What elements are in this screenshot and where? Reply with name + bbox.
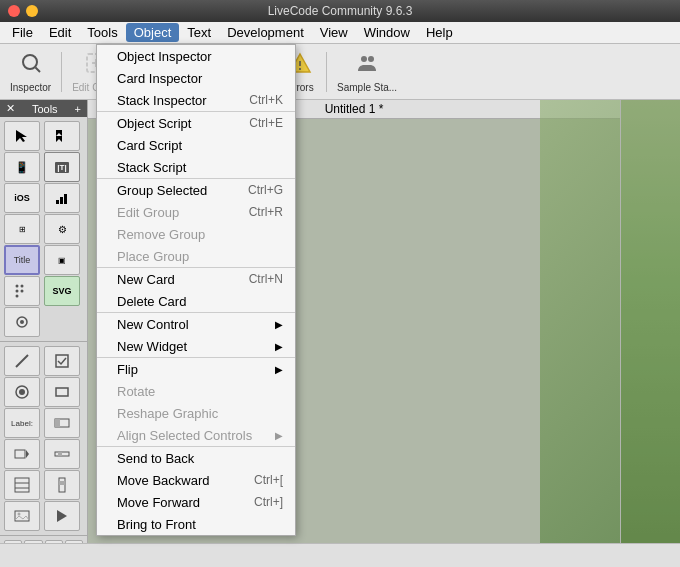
menu-object[interactable]: Object — [126, 23, 180, 42]
tool-radio[interactable] — [4, 377, 40, 407]
close-icon[interactable]: ✕ — [6, 102, 15, 115]
svg-point-9 — [299, 68, 301, 70]
menu-new-control-label: New Control — [117, 317, 275, 332]
title-bar: LiveCode Community 9.6.3 — [0, 0, 680, 22]
inspector-icon — [19, 51, 43, 80]
menu-delete-card[interactable]: Delete Card — [97, 290, 295, 312]
tool-dots[interactable] — [4, 276, 40, 306]
menu-stack-script[interactable]: Stack Script — [97, 156, 295, 178]
tool-graphic[interactable]: ▣ — [44, 245, 80, 275]
menu-edit[interactable]: Edit — [41, 23, 79, 42]
menu-new-card[interactable]: New Card Ctrl+N — [97, 268, 295, 290]
tool-ios[interactable]: |T| — [44, 152, 80, 182]
menu-card-inspector[interactable]: Card Inspector — [97, 67, 295, 89]
menu-align-selected: Align Selected Controls ▶ — [97, 424, 295, 446]
toolbar-sep-3 — [326, 52, 327, 92]
menu-card-script[interactable]: Card Script — [97, 134, 295, 156]
menu-group-selected[interactable]: Group Selected Ctrl+G — [97, 179, 295, 201]
svg-point-20 — [16, 290, 19, 293]
menu-development[interactable]: Development — [219, 23, 312, 42]
menu-move-backward-shortcut: Ctrl+[ — [254, 473, 283, 487]
menu-move-backward[interactable]: Move Backward Ctrl+[ — [97, 469, 295, 491]
svg-line-1 — [35, 67, 40, 72]
tool-line[interactable] — [4, 346, 40, 376]
svg-point-28 — [19, 389, 25, 395]
svg-point-0 — [23, 55, 37, 69]
tool-scrollbar-v[interactable] — [44, 470, 80, 500]
menu-align-arrow: ▶ — [275, 430, 283, 441]
menu-file[interactable]: File — [4, 23, 41, 42]
menu-object-script-shortcut: Ctrl+E — [249, 116, 283, 130]
svg-point-11 — [368, 56, 374, 62]
tool-ios-badge[interactable]: iOS — [4, 183, 40, 213]
tool-play[interactable] — [44, 501, 80, 531]
menu-bar: File Edit Tools Object Text Development … — [0, 22, 680, 44]
add-icon[interactable]: + — [75, 103, 81, 115]
tool-checkbox[interactable] — [44, 346, 80, 376]
tool-title[interactable]: Title — [4, 245, 40, 275]
svg-rect-35 — [58, 452, 62, 456]
tool-arrow[interactable] — [4, 121, 40, 151]
menu-card-script-label: Card Script — [117, 138, 283, 153]
menu-help[interactable]: Help — [418, 23, 461, 42]
menu-object-script[interactable]: Object Script Ctrl+E — [97, 112, 295, 134]
toolbar-inspector[interactable]: Inspector — [4, 48, 57, 96]
menu-reshape-graphic-label: Reshape Graphic — [117, 406, 283, 421]
tool-android[interactable]: 📱 — [4, 152, 40, 182]
menu-object-inspector[interactable]: Object Inspector — [97, 45, 295, 67]
tool-image[interactable] — [4, 501, 40, 531]
tool-widget-1[interactable]: ⊞ — [4, 214, 40, 244]
menu-new-widget-label: New Widget — [117, 339, 275, 354]
tool-rect[interactable] — [44, 377, 80, 407]
tool-widget-2[interactable]: ⚙ — [44, 214, 80, 244]
svg-rect-31 — [55, 419, 60, 427]
menu-section-groups: Group Selected Ctrl+G Edit Group Ctrl+R … — [97, 179, 295, 268]
tool-scroll[interactable] — [44, 408, 80, 438]
tool-node[interactable] — [4, 307, 40, 337]
svg-rect-29 — [56, 388, 68, 396]
menu-rotate: Rotate — [97, 380, 295, 402]
toolbar-sample-sta[interactable]: Sample Sta... — [331, 48, 403, 96]
menu-section-zorder: Send to Back Move Backward Ctrl+[ Move F… — [97, 447, 295, 535]
menu-move-forward-label: Move Forward — [117, 495, 254, 510]
status-bar — [0, 543, 680, 567]
menu-move-forward[interactable]: Move Forward Ctrl+] — [97, 491, 295, 513]
menu-tools[interactable]: Tools — [79, 23, 125, 42]
menu-stack-inspector-shortcut: Ctrl+K — [249, 93, 283, 107]
tool-svg[interactable]: SVG — [44, 276, 80, 306]
menu-section-cards: New Card Ctrl+N Delete Card — [97, 268, 295, 313]
tool-chart[interactable] — [44, 183, 80, 213]
menu-view[interactable]: View — [312, 23, 356, 42]
svg-marker-12 — [16, 130, 27, 142]
menu-edit-group-label: Edit Group — [117, 205, 249, 220]
close-button[interactable] — [8, 5, 20, 17]
menu-new-widget[interactable]: New Widget ▶ — [97, 335, 295, 357]
svg-rect-36 — [15, 478, 29, 492]
toolbar-sep-1 — [61, 52, 62, 92]
menu-object-script-label: Object Script — [117, 116, 249, 131]
menu-group-selected-label: Group Selected — [117, 183, 248, 198]
menu-text[interactable]: Text — [179, 23, 219, 42]
menu-stack-script-label: Stack Script — [117, 160, 283, 175]
menu-send-to-back[interactable]: Send to Back — [97, 447, 295, 469]
svg-point-19 — [21, 285, 24, 288]
menu-object-inspector-label: Object Inspector — [117, 49, 283, 64]
tool-grid-2: Label: — [0, 341, 87, 535]
svg-point-18 — [16, 285, 19, 288]
minimize-button[interactable] — [26, 5, 38, 17]
menu-place-group: Place Group — [97, 245, 295, 267]
menu-stack-inspector[interactable]: Stack Inspector Ctrl+K — [97, 89, 295, 111]
menu-window[interactable]: Window — [356, 23, 418, 42]
tool-cross-arrow[interactable] — [44, 121, 80, 151]
tool-label[interactable]: Label: — [4, 408, 40, 438]
menu-new-control[interactable]: New Control ▶ — [97, 313, 295, 335]
menu-group-selected-shortcut: Ctrl+G — [248, 183, 283, 197]
menu-flip-arrow: ▶ — [275, 364, 283, 375]
tool-spinner[interactable] — [4, 439, 40, 469]
svg-point-10 — [361, 56, 367, 62]
menu-flip[interactable]: Flip ▶ — [97, 358, 295, 380]
tool-hscroll[interactable] — [44, 439, 80, 469]
menu-bring-to-front[interactable]: Bring to Front — [97, 513, 295, 535]
menu-remove-group: Remove Group — [97, 223, 295, 245]
tool-list[interactable] — [4, 470, 40, 500]
